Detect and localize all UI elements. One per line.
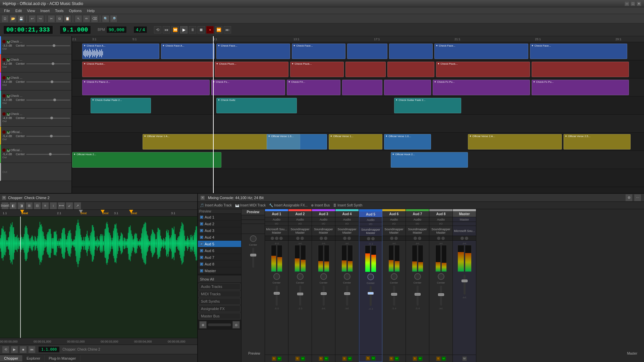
audio-clip-1-2[interactable]: ✦ Check Face A... [161,44,215,59]
channel-8-fader[interactable] [440,286,442,306]
tab-chopper[interactable]: Chopper [0,355,22,361]
audio-clip-2-2[interactable]: ✦ Check Pluck... [215,62,288,77]
aud5-checkbox[interactable]: ✓ [200,242,203,246]
channel-6-fader[interactable] [393,286,395,306]
browser-assignable-fx[interactable]: Assignable FX [199,305,240,312]
aud6-checkbox[interactable]: ✓ [200,249,203,252]
chopper-tool-8[interactable]: ↙ [66,202,73,209]
audio-clip-2-6[interactable]: ✦ Check Pluck... [436,62,530,77]
audio-clip-6-6[interactable]: ✦ Official Verse 2.5... [564,134,631,149]
audio-clip-1-3[interactable]: ✦ Check Face... [216,44,290,59]
channel-3-mute-btn[interactable]: M [324,356,329,361]
channel-1-fader-thumb[interactable] [274,292,280,295]
chopper-close-button[interactable]: ✕ [2,196,6,200]
play-button[interactable]: ▶ [180,26,187,34]
aud7-checkbox[interactable]: ✓ [200,256,203,259]
master-fader[interactable] [464,275,466,295]
audio-clip-1-1[interactable]: ✦ Check Face A... [82,44,159,59]
insert-midi-track-btn[interactable]: 🎹 Insert MIDI Track [235,203,266,207]
browser-show-all[interactable]: Show All [198,276,241,283]
channel-3-fader[interactable] [323,286,325,306]
audio-clip-6-3[interactable]: ✦ Official Verse 1... [329,134,382,149]
select-tool[interactable]: ↖ [75,15,82,22]
master-btn1[interactable]: M [462,356,467,361]
channel-5-pan[interactable] [367,274,374,280]
channel-5-mute-btn[interactable]: M [371,356,376,361]
menu-help[interactable]: Help [84,8,97,13]
close-button[interactable]: ✕ [637,1,641,6]
chopper-tool-2[interactable]: ◨ [17,202,25,209]
track-6-fader[interactable] [26,136,70,137]
browser-aud3[interactable]: ✓ Aud 3 [198,227,241,234]
channel-8-eq-btn2[interactable] [441,237,445,240]
aud2-checkbox[interactable]: ✓ [200,222,203,226]
aud8-checkbox[interactable]: ✓ [200,262,203,266]
channel-1-eq-btn2[interactable] [275,237,278,240]
chopper-tool-3[interactable]: ⊞ [25,202,33,209]
insert-soft-synth-btn[interactable]: 🎛 Insert Soft Synth [333,203,362,207]
preview-pan-knob[interactable] [250,235,257,242]
channel-7-fader-thumb[interactable] [415,293,421,296]
menu-view[interactable]: View [24,8,38,13]
redo-button[interactable]: ↪ [37,15,44,22]
zoom-out[interactable]: 🔎 [110,15,117,22]
channel-2-eq-btn1[interactable] [296,237,300,240]
channel-8-eq-btn1[interactable] [437,237,440,240]
zoom-in[interactable]: 🔍 [102,15,109,22]
browser-audio-tracks[interactable]: Audio Tracks [199,283,240,290]
menu-edit[interactable]: Edit [13,8,24,13]
channel-4-fader-thumb[interactable] [344,292,350,295]
track-5-fader[interactable] [26,118,70,119]
channel-1-solo-btn[interactable]: S [272,356,276,361]
track-6-mute[interactable]: M [6,130,10,134]
mixer-more-btn[interactable]: ⋯ [634,194,641,201]
save-button[interactable]: 💾 [17,15,25,22]
channel-3-eq-btn2[interactable] [324,237,327,240]
track-3-fader[interactable] [26,81,70,82]
prev-button[interactable]: ⏪ [171,26,179,34]
track-5-mute[interactable]: M [6,112,10,116]
master-eq-btn1[interactable] [461,237,464,240]
track-7-record[interactable] [2,148,6,152]
browser-soft-synths[interactable]: Soft Synths [199,298,240,305]
audio-clip-1-8[interactable]: ✦ Check Face... [530,44,627,59]
zoom-out-btn[interactable]: ⊖ [232,321,240,328]
draw-tool[interactable]: ✏ [83,15,90,22]
track-1-fader[interactable] [26,45,70,46]
insert-audio-track-btn[interactable]: 🎵 Insert Audio Track [200,203,232,207]
record-button[interactable]: ● [206,26,214,34]
channel-6-pan[interactable] [391,273,397,280]
audio-clip-7-2[interactable]: ✦ Official Hook 2... [391,152,468,168]
timeline-area[interactable]: 2:1 3:1 5:1 9:1 13:1 17:1 21:1 25:1 29:1… [72,36,644,193]
channel-4-eq-btn1[interactable] [343,237,346,240]
master-checkbox[interactable]: ✓ [200,269,203,273]
insert-assignable-fx-btn[interactable]: 🔧 Insert Assignable FX... [269,203,308,207]
mixer-settings-btn[interactable]: ⚙ [625,194,633,201]
channel-4-pan[interactable] [344,273,351,280]
channel-2-fader[interactable] [299,286,301,306]
new-button[interactable]: 🗋 [1,15,9,22]
channel-5-fader[interactable] [370,286,372,306]
audio-clip-3-7[interactable]: ✦ Check Fx Pu... [532,80,629,95]
rewind-button[interactable]: ⏮ [163,26,170,34]
channel-2-fader-thumb[interactable] [297,293,303,295]
erase-tool[interactable]: ⌫ [91,15,98,22]
chopper-tool-4[interactable]: ⊟ [34,202,41,209]
channel-7-solo-btn[interactable]: S [413,356,417,361]
stop-button[interactable]: ⏹ [198,26,205,34]
chopper-rewind-btn[interactable]: ⏮ [28,346,36,353]
audio-clip-1-7[interactable]: ✦ Check Face... [434,44,528,59]
insert-bus-btn[interactable]: ⊕ Insert Bus [311,203,330,207]
chopper-loop-btn[interactable]: ⟲ [2,346,9,353]
track-1-record[interactable] [2,40,6,43]
audio-clip-4-1[interactable]: ✦ Check Guitar Fade 2... [91,98,151,113]
channel-5-eq-btn1[interactable] [367,237,370,240]
zoom-slider[interactable] [208,323,231,326]
preview-fader-thumb[interactable] [250,254,256,256]
channel-2-eq-btn2[interactable] [301,237,304,240]
track-1-mute[interactable]: M [6,40,10,43]
channel-2-solo-btn[interactable]: S [295,356,300,361]
browser-aud1[interactable]: ✓ Aud 1 [198,214,241,221]
browser-aud2[interactable]: ✓ Aud 2 [198,221,241,227]
chopper-stop-btn[interactable]: ■ [19,346,27,353]
